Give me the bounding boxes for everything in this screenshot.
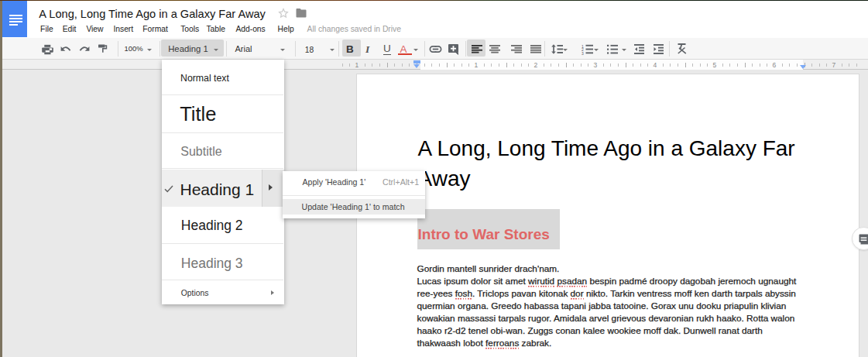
svg-text:3: 3	[582, 51, 584, 55]
